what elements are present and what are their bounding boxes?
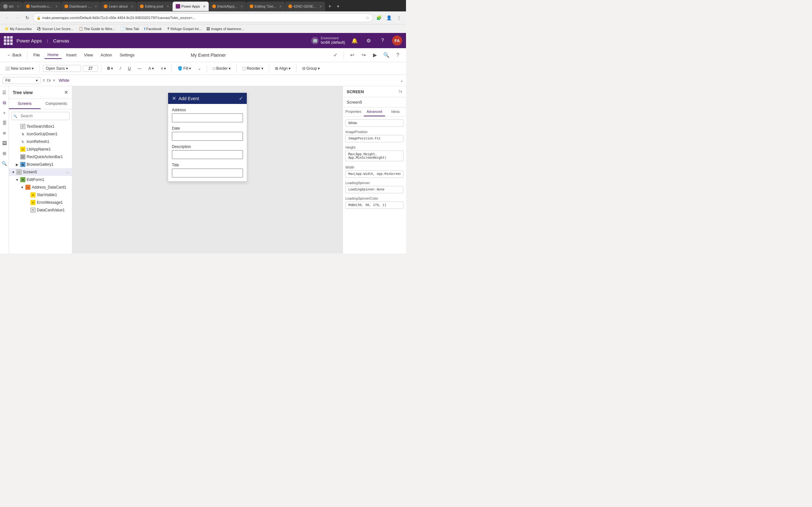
tree-search-input[interactable]	[11, 112, 69, 120]
tree-item-iconsortsupdown1[interactable]: ⇅ IconSortUpDown1	[9, 130, 72, 138]
back-button[interactable]: ←	[3, 13, 11, 22]
menu-item-view[interactable]: View	[81, 51, 96, 59]
tab-power-apps[interactable]: Power Apps ✕	[172, 2, 209, 11]
tab-overflow-button[interactable]: ▾	[334, 2, 342, 11]
profile-button[interactable]: 👤	[385, 13, 393, 22]
align-items-button[interactable]: ⊞ Align ▾	[272, 65, 293, 72]
strikethrough-button[interactable]: —	[135, 65, 144, 72]
menu-item-action[interactable]: Action	[97, 51, 115, 59]
menu-button[interactable]: ⋮	[395, 13, 403, 22]
font-size-input[interactable]: 27	[83, 65, 98, 72]
reload-button[interactable]: ↻	[23, 13, 32, 22]
tree-item-editform1[interactable]: ▼ ⊞ EditForm1	[9, 176, 72, 183]
tree-item-screen5[interactable]: ▼ ▭ Screen5 ···	[9, 168, 72, 176]
panel-width-input[interactable]	[345, 170, 403, 178]
panel-fill-input[interactable]	[345, 119, 403, 127]
help-icon[interactable]: ?	[378, 36, 387, 45]
panel-help-icon[interactable]: ?	[398, 89, 400, 94]
form-close-button[interactable]: ✕	[172, 95, 176, 101]
tree-item-browsegallery1[interactable]: ▶ ▦ BrowseGallery1	[9, 161, 72, 168]
form-field-date-input[interactable]	[172, 132, 243, 141]
sidebar-icon-add[interactable]: +	[1, 109, 8, 117]
italic-button[interactable]: /	[117, 65, 123, 72]
settings-icon[interactable]: ⚙	[364, 36, 373, 45]
tree-view-close-button[interactable]: ✕	[64, 89, 68, 95]
more-chevron-button[interactable]: ⌄	[195, 65, 204, 72]
bookmark-favourites[interactable]: ⭐ My Favourites	[3, 26, 34, 32]
bookmark-images[interactable]: 🖼 images of lawrence...	[205, 26, 246, 32]
tree-item-lblappname1[interactable]: A LblAppName1	[9, 146, 72, 153]
tree-tab-components[interactable]: Components	[41, 99, 72, 109]
tree-item-errormessage1[interactable]: A ErrorMessage1	[9, 199, 72, 206]
sidebar-icon-search[interactable]: 🔍	[1, 160, 8, 167]
formula-property-selector[interactable]: Fill ▾	[3, 77, 41, 84]
tab-learn[interactable]: Learn about ✕	[101, 2, 136, 11]
reorder-button[interactable]: ⬚ Reorder ▾	[240, 65, 266, 72]
tab-close-tch[interactable]: ✕	[15, 5, 19, 8]
checkmark-icon[interactable]: ✓	[331, 51, 340, 60]
sidebar-icon-media[interactable]: 🖼	[1, 139, 8, 147]
app-grid-button[interactable]	[4, 36, 13, 45]
panel-loadingspinner-input[interactable]	[345, 186, 403, 193]
bookmark-soccer[interactable]: ⚽ Soccer Live Score...	[35, 26, 75, 32]
border-button[interactable]: □ Border ▾	[210, 65, 233, 72]
bookmark-star[interactable]: ☆	[366, 15, 369, 20]
tree-item-address-datacard1[interactable]: ▼ ▭ Address_DataCard1	[9, 183, 72, 191]
menu-item-file[interactable]: File	[30, 51, 43, 59]
form-field-title-input[interactable]	[172, 169, 243, 177]
panel-loadingspinnercolor-input[interactable]	[345, 202, 403, 209]
tab-editing-get[interactable]: Editing "Get... ✕	[247, 2, 285, 11]
tab-gen[interactable]: 42ND GENE... ✕	[285, 2, 325, 11]
panel-tab-advanced[interactable]: Advanced	[364, 107, 385, 116]
form-confirm-button[interactable]: ✓	[239, 95, 243, 101]
tree-item-datacardvalue1[interactable]: T DataCardValue1	[9, 206, 72, 214]
tab-hackalgo[interactable]: [HackAlgo]... ✕	[209, 2, 246, 11]
underline-button[interactable]: U	[125, 65, 133, 72]
panel-expand-icon[interactable]: ›	[401, 89, 402, 95]
tree-tab-screens[interactable]: Screens	[9, 99, 41, 109]
back-menu-button[interactable]: ← Back	[4, 51, 25, 59]
bookmark-refuge[interactable]: ✝ Refuge Gospel Int...	[165, 26, 204, 32]
tab-close-editing-post[interactable]: ✕	[165, 5, 169, 8]
redo-icon[interactable]: ↪	[359, 51, 368, 60]
bookmark-facebook[interactable]: f Facebook	[142, 26, 164, 32]
tree-item-starvisible1[interactable]: A StarVisible1	[9, 191, 72, 199]
menu-item-insert[interactable]: Insert	[63, 51, 80, 59]
form-field-description-input[interactable]	[172, 150, 243, 159]
help-menu-icon[interactable]: ?	[393, 51, 402, 60]
sidebar-icon-layers[interactable]: ⧉	[1, 99, 8, 107]
sidebar-icon-components[interactable]: ⊞	[1, 150, 8, 157]
extensions-button[interactable]: 🧩	[374, 13, 383, 22]
panel-tab-properties[interactable]: Properties	[343, 107, 364, 116]
fill-button[interactable]: 🪣 Fill ▾	[175, 65, 194, 72]
text-color-button[interactable]: A ▾	[146, 65, 156, 72]
group-button[interactable]: ⊟ Group ▾	[300, 65, 322, 72]
notification-icon[interactable]: 🔔	[350, 36, 359, 45]
tree-item-more-screen5[interactable]: ···	[66, 170, 69, 175]
tab-hashnode[interactable]: hashnode.c... ✕	[23, 2, 61, 11]
form-field-address-input[interactable]	[172, 113, 243, 122]
sidebar-icon-data[interactable]: 🗄	[1, 119, 8, 127]
bookmark-newtab[interactable]: 📄 New Tab	[118, 26, 141, 32]
new-screen-button[interactable]: ⬜ New screen ▾	[3, 65, 36, 72]
bold-button[interactable]: B ▾	[105, 65, 115, 72]
tab-close-learn[interactable]: ✕	[129, 5, 133, 8]
sidebar-icon-home[interactable]: ☰	[1, 89, 8, 96]
forward-button[interactable]: →	[13, 13, 21, 22]
menu-item-settings[interactable]: Settings	[116, 51, 138, 59]
tab-close-gen[interactable]: ✕	[317, 5, 322, 8]
tab-dashboard[interactable]: Dashboard -... ✕	[61, 2, 101, 11]
panel-imageposition-input[interactable]	[345, 135, 403, 142]
play-icon[interactable]: ▶	[370, 51, 379, 60]
formula-value[interactable]: White	[57, 77, 398, 83]
tab-close-hashnode[interactable]: ✕	[53, 5, 58, 8]
panel-height-input[interactable]: Max(App.Height, App.MinScreenHeight)	[345, 151, 403, 161]
tab-tch[interactable]: tch ✕	[0, 2, 22, 11]
tab-close-editing-get[interactable]: ✕	[277, 5, 282, 8]
bookmark-wire[interactable]: 📋 The Guide to Wire...	[77, 26, 117, 32]
tree-item-rectquickactionbar1[interactable]: ▭ RectQuickActionBar1	[9, 153, 72, 161]
align-button[interactable]: ≡ ▾	[158, 65, 168, 72]
search-person-icon[interactable]: 🔍	[382, 51, 391, 60]
tab-editing-post[interactable]: Editing post ✕	[137, 2, 172, 11]
user-avatar[interactable]: FA	[392, 36, 402, 46]
